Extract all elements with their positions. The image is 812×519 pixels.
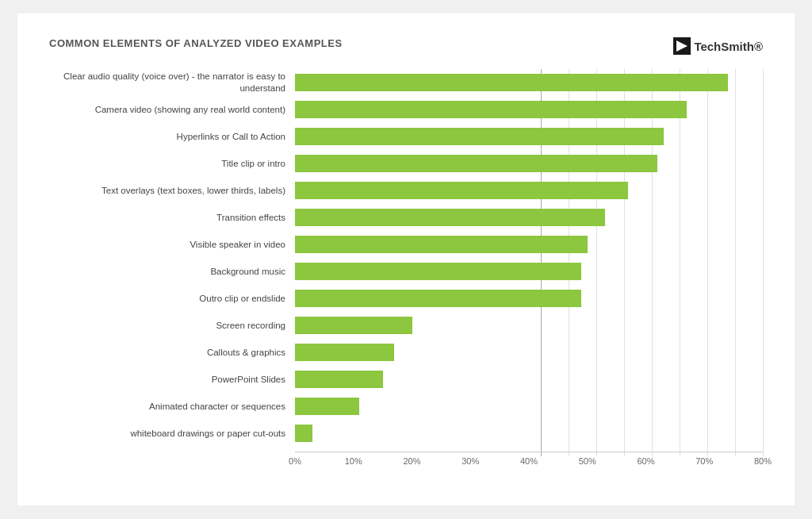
bar-row: Callouts & graphics (49, 339, 763, 366)
bar-fill (295, 74, 728, 91)
bar-label: Text overlays (text boxes, lower thirds,… (49, 185, 295, 197)
x-tick: 50% (579, 456, 596, 466)
bar-fill (295, 290, 581, 307)
bar-area (295, 128, 763, 145)
bar-label: Callouts & graphics (49, 347, 295, 359)
x-tick: 60% (637, 456, 654, 466)
chart-plot-area: Clear audio quality (voice over) - the n… (49, 69, 763, 456)
bar-fill (295, 344, 394, 361)
bar-row: PowerPoint Slides (49, 366, 763, 393)
bar-row: Outro clip or endslide (49, 285, 763, 312)
bar-area (295, 371, 763, 388)
bar-label: Outro clip or endslide (49, 293, 295, 305)
bar-fill (295, 155, 657, 172)
bar-area (295, 425, 763, 442)
x-tick: 80% (754, 456, 772, 466)
x-tick: 40% (520, 456, 538, 466)
bar-row: Text overlays (text boxes, lower thirds,… (49, 177, 763, 204)
x-tick: 10% (345, 456, 362, 466)
x-tick: 20% (403, 456, 420, 466)
bar-area (295, 209, 763, 226)
x-tick: 0% (289, 456, 301, 466)
bar-fill (295, 425, 312, 442)
bar-chart: Clear audio quality (voice over) - the n… (49, 69, 763, 447)
x-axis: 0%10%20%30%40%50%60%70%80% (295, 452, 763, 456)
bar-fill (295, 101, 687, 118)
bar-fill (295, 236, 588, 253)
bar-area (295, 398, 763, 415)
bar-row: Title clip or intro (49, 150, 763, 177)
bar-area (295, 101, 763, 118)
techsmith-logo: TechSmith® (673, 37, 763, 55)
bar-area (295, 290, 763, 307)
bar-label: Animated character or sequences (49, 401, 295, 413)
bar-row: Background music (49, 258, 763, 285)
bar-label: Screen recording (49, 320, 295, 332)
bar-label: Camera video (showing any real world con… (49, 104, 295, 116)
bar-row: Camera video (showing any real world con… (49, 96, 763, 123)
bar-row: Transition effects (49, 204, 763, 231)
bar-area (295, 344, 763, 361)
bar-fill (295, 209, 605, 226)
techsmith-icon (673, 37, 691, 55)
bar-fill (295, 371, 383, 388)
bar-area (295, 317, 763, 334)
bar-fill (295, 182, 628, 199)
bar-area (295, 263, 763, 280)
bar-label: Clear audio quality (voice over) - the n… (49, 71, 295, 94)
bar-fill (295, 128, 664, 145)
bar-row: Visible speaker in video (49, 231, 763, 258)
bar-row: Animated character or sequences (49, 393, 763, 420)
bar-label: PowerPoint Slides (49, 374, 295, 386)
chart-container: COMMON ELEMENTS OF ANALYZED VIDEO EXAMPL… (17, 13, 795, 506)
bar-area (295, 236, 763, 253)
bar-area (295, 74, 763, 91)
bar-fill (295, 398, 359, 415)
x-tick: 30% (462, 456, 479, 466)
bar-label: Title clip or intro (49, 158, 295, 170)
grid-line (763, 69, 764, 456)
x-tick: 70% (695, 456, 713, 466)
bar-row: Screen recording (49, 312, 763, 339)
bar-row: Clear audio quality (voice over) - the n… (49, 69, 763, 96)
brand-name: TechSmith® (694, 40, 763, 53)
bar-label: Background music (49, 266, 295, 278)
chart-title: COMMON ELEMENTS OF ANALYZED VIDEO EXAMPL… (49, 37, 343, 49)
bar-area (295, 182, 763, 199)
bar-label: Transition effects (49, 212, 295, 224)
bar-row: whiteboard drawings or paper cut-outs (49, 420, 763, 447)
bar-row: Hyperlinks or Call to Action (49, 123, 763, 150)
bar-label: Visible speaker in video (49, 239, 295, 251)
bar-label: whiteboard drawings or paper cut-outs (49, 428, 295, 440)
chart-header: COMMON ELEMENTS OF ANALYZED VIDEO EXAMPL… (49, 37, 763, 55)
bar-area (295, 155, 763, 172)
x-axis-container: 0%10%20%30%40%50%60%70%80% (49, 452, 763, 456)
bar-label: Hyperlinks or Call to Action (49, 131, 295, 143)
bar-fill (295, 317, 412, 334)
bar-fill (295, 263, 581, 280)
